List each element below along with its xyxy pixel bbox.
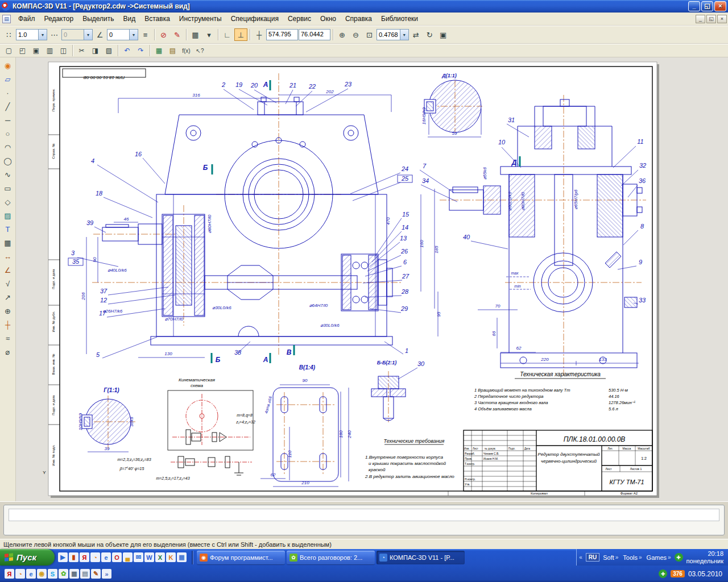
menu-instruments[interactable]: Инструменты xyxy=(175,13,226,24)
spreadsheet-button[interactable]: ▦ xyxy=(152,45,166,56)
counter-badge[interactable]: 376 xyxy=(671,570,685,577)
language-indicator[interactable]: RU xyxy=(586,553,599,562)
aux-line-tool-button[interactable]: ╱ xyxy=(1,99,15,113)
antivirus-icon[interactable]: ✚ xyxy=(675,553,683,562)
chevron-down-icon[interactable]: ▾ xyxy=(400,30,408,40)
menu-window[interactable]: Окно xyxy=(316,13,341,24)
internet-explorer-icon[interactable]: e xyxy=(101,552,111,562)
browser-icon[interactable]: ◉ xyxy=(37,569,47,579)
ortho-mode-button[interactable]: ⊥ xyxy=(234,28,247,41)
undo-button[interactable]: ↶ xyxy=(121,45,134,56)
drawing-canvas[interactable]: ПЛК 18.01.00.00.0ВПерв. примен.Справ. №П… xyxy=(16,57,728,501)
property-bar-field[interactable] xyxy=(9,509,719,521)
paint-icon[interactable]: ✎ xyxy=(91,569,101,579)
doc-minimize-button[interactable]: _ xyxy=(696,15,705,23)
chevron-down-icon[interactable]: ▾ xyxy=(129,30,138,40)
snap-settings-button[interactable]: ✎ xyxy=(171,28,184,41)
menu-file[interactable]: Файл xyxy=(14,13,40,24)
word-icon[interactable]: W xyxy=(144,552,154,562)
taskbar-divider[interactable] xyxy=(192,551,193,564)
hatch-tool-button[interactable]: ▨ xyxy=(1,209,15,222)
drawing-sheet-svg[interactable]: ПЛК 18.01.00.00.0ВПерв. примен.Справ. №П… xyxy=(16,57,728,501)
polygon-tool-button[interactable]: ◇ xyxy=(1,195,15,209)
tray-toolbar-tools[interactable]: Tools» xyxy=(623,554,642,561)
doc-restore-button[interactable]: ◱ xyxy=(706,15,716,23)
menu-edit[interactable]: Редактор xyxy=(40,13,78,24)
segment-tool-button[interactable]: ─ xyxy=(1,113,15,127)
new-document-button[interactable]: ▢ xyxy=(2,45,15,56)
close-button[interactable]: × xyxy=(714,1,726,11)
ellipse-tool-button[interactable]: ◯ xyxy=(1,154,15,168)
opera-icon[interactable]: O xyxy=(112,552,122,562)
grid-dropdown-button[interactable]: ▾ xyxy=(202,28,216,41)
tolerance-tool-button[interactable]: ⊕ xyxy=(1,304,15,318)
point-tool-button[interactable]: · xyxy=(1,86,15,99)
excel-icon[interactable]: X xyxy=(155,552,165,562)
zoom-scale-combo[interactable]: 0.4768▾ xyxy=(377,29,409,40)
angle-lock-button[interactable]: ∠ xyxy=(93,28,106,41)
show-desktop-icon[interactable]: ▦ xyxy=(177,552,187,562)
chevron-down-icon[interactable]: ▾ xyxy=(38,30,47,40)
chevron-right-icon[interactable]: » xyxy=(639,554,642,560)
folder-icon[interactable]: ▄ xyxy=(123,552,133,562)
copy-button[interactable]: ◨ xyxy=(89,45,102,56)
save-document-button[interactable]: ▣ xyxy=(30,45,43,56)
chevron-right-icon[interactable]: » xyxy=(615,554,619,560)
zoom-area-button[interactable]: ⊡ xyxy=(363,28,376,41)
menu-libraries[interactable]: Библиотеки xyxy=(377,13,423,24)
tray-chevron[interactable]: « xyxy=(579,554,582,560)
dimension-tool-button[interactable]: ↔ xyxy=(1,250,15,263)
minimize-button[interactable]: _ xyxy=(688,1,700,11)
print-preview-button[interactable]: ◫ xyxy=(57,45,70,56)
angle-dimension-tool-button[interactable]: ∠ xyxy=(1,263,15,277)
icq-icon[interactable]: ✿ xyxy=(59,569,68,579)
current-layer-combo[interactable]: 0▾ xyxy=(107,29,138,40)
property-bar-panel[interactable] xyxy=(3,505,725,535)
start-button[interactable]: Пуск xyxy=(0,549,55,566)
circle-tool-button[interactable]: ○ xyxy=(1,127,15,140)
menu-specification[interactable]: Спецификация xyxy=(226,13,283,24)
firefox-icon[interactable]: ◔ xyxy=(90,552,100,562)
task-icq[interactable]: ✿Всего разговоров: 2... xyxy=(287,551,375,564)
firefox-2-icon[interactable]: ◔ xyxy=(15,569,25,579)
open-document-button[interactable]: ◰ xyxy=(16,45,29,56)
chevron-down-icon[interactable]: ▾ xyxy=(84,30,92,40)
notepad-icon[interactable]: ▤ xyxy=(80,569,90,579)
menu-help[interactable]: Справка xyxy=(341,13,377,24)
internet-explorer-2-icon[interactable]: e xyxy=(26,569,36,579)
more-icon[interactable]: » xyxy=(102,569,111,579)
zoom-out-button[interactable]: ⊖ xyxy=(349,28,362,41)
doc-close-button[interactable]: × xyxy=(717,15,727,23)
axis-tool-button[interactable]: ┼ xyxy=(1,318,15,331)
current-state-button[interactable]: ∷ xyxy=(2,28,15,41)
kompas-app-icon[interactable]: K xyxy=(166,552,176,562)
local-cs-button[interactable]: ∟ xyxy=(221,28,234,41)
zoom-in-button[interactable]: ⊕ xyxy=(336,28,349,41)
menu-service[interactable]: Сервис xyxy=(283,13,316,24)
rounding-button[interactable]: ⊘ xyxy=(157,28,170,41)
plant-tray-icon[interactable]: ✚ xyxy=(659,569,667,578)
text-tool-button[interactable]: T xyxy=(1,222,15,236)
restore-button[interactable]: ◱ xyxy=(701,1,713,11)
current-angle-combo[interactable]: 0▾ xyxy=(61,29,93,40)
chevron-right-icon[interactable]: » xyxy=(668,554,671,560)
tray-toolbar-soft[interactable]: Soft» xyxy=(603,554,618,561)
roughness-tool-button[interactable]: √ xyxy=(1,277,15,290)
fit-page-button[interactable]: ▣ xyxy=(437,28,450,41)
calculator-icon[interactable]: ▦ xyxy=(69,569,79,579)
step-settings-button[interactable]: ⋯ xyxy=(48,28,61,41)
menu-select[interactable]: Выделить xyxy=(78,13,118,24)
yandex-icon[interactable]: Я xyxy=(80,552,89,562)
help-cursor-button[interactable]: ↖? xyxy=(193,45,206,56)
cut-button[interactable]: ✂ xyxy=(75,45,88,56)
grid-toggle-button[interactable]: ▦ xyxy=(189,28,202,41)
redo-button[interactable]: ↷ xyxy=(134,45,147,56)
library-manager-button[interactable]: ▤ xyxy=(166,45,179,56)
media-player-icon[interactable]: ▶ xyxy=(58,552,68,562)
table-tool-button[interactable]: ▦ xyxy=(1,236,15,250)
measure-tool-button[interactable]: ⌀ xyxy=(1,345,15,359)
skype-icon[interactable]: S xyxy=(48,569,57,579)
arc-tool-button[interactable]: ◠ xyxy=(1,140,15,154)
current-step-combo[interactable]: 1.0▾ xyxy=(16,29,47,40)
task-kompas[interactable]: ◔КОМПАС-3D V11 - [Р... xyxy=(377,551,465,564)
